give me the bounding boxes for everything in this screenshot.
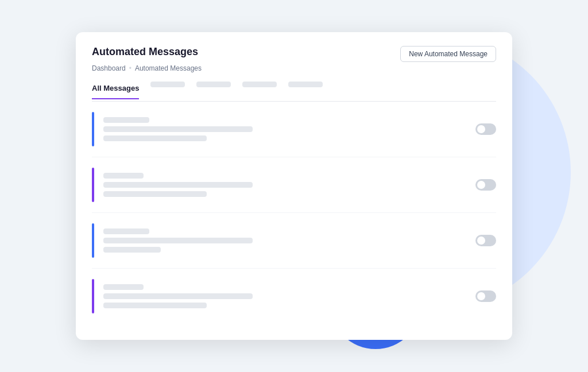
breadcrumb: Dashboard • Automated Messages	[92, 64, 496, 72]
tab-placeholder-2[interactable]	[196, 82, 231, 101]
message-toggle[interactable]	[475, 235, 496, 246]
item-content	[103, 228, 466, 253]
message-toggle[interactable]	[475, 123, 496, 135]
page-title: Automated Messages	[92, 46, 198, 58]
tab-placeholder-bar-2	[196, 82, 231, 87]
skeleton-title	[103, 173, 144, 179]
skeleton-body-1	[103, 126, 253, 132]
message-item[interactable]	[92, 102, 496, 157]
new-automated-message-button[interactable]: New Automated Message	[400, 46, 496, 62]
tab-placeholder-bar-3	[242, 82, 277, 87]
tab-placeholder-bar-4	[288, 82, 323, 87]
message-item[interactable]	[92, 213, 496, 269]
main-card: Automated Messages New Automated Message…	[76, 32, 512, 340]
toggle-wrap	[475, 123, 496, 135]
message-item[interactable]	[92, 269, 496, 324]
tab-placeholder-3[interactable]	[242, 82, 277, 101]
item-color-bar	[92, 279, 94, 313]
item-color-bar	[92, 223, 94, 258]
skeleton-body-2	[103, 135, 207, 141]
skeleton-title	[103, 117, 149, 123]
tab-placeholder-4[interactable]	[288, 82, 323, 101]
item-color-bar	[92, 112, 94, 146]
skeleton-body-2	[103, 191, 207, 197]
toggle-slider	[475, 235, 496, 246]
message-item[interactable]	[92, 157, 496, 213]
toggle-slider	[475, 179, 496, 191]
item-content	[103, 173, 466, 197]
message-toggle[interactable]	[475, 179, 496, 191]
skeleton-body-1	[103, 238, 253, 243]
tab-all-messages[interactable]: All Messages	[92, 84, 139, 99]
item-content	[103, 284, 466, 308]
item-content	[103, 117, 466, 141]
tab-placeholder-1[interactable]	[150, 82, 185, 101]
item-color-bar	[92, 168, 94, 202]
message-toggle[interactable]	[475, 290, 496, 302]
skeleton-body-1	[103, 182, 253, 188]
card-header: Automated Messages New Automated Message	[92, 46, 496, 62]
breadcrumb-separator: •	[129, 64, 131, 72]
breadcrumb-current: Automated Messages	[135, 64, 202, 72]
toggle-slider	[475, 290, 496, 302]
toggle-wrap	[475, 235, 496, 246]
skeleton-body-1	[103, 293, 253, 299]
breadcrumb-home[interactable]: Dashboard	[92, 64, 126, 72]
skeleton-body-2	[103, 247, 161, 253]
toggle-wrap	[475, 179, 496, 191]
tabs-bar: All Messages	[92, 82, 496, 102]
toggle-wrap	[475, 290, 496, 302]
toggle-slider	[475, 123, 496, 135]
skeleton-title	[103, 228, 149, 234]
message-list	[92, 102, 496, 324]
skeleton-body-2	[103, 303, 207, 308]
skeleton-title	[103, 284, 144, 290]
tab-placeholder-bar-1	[150, 82, 185, 87]
